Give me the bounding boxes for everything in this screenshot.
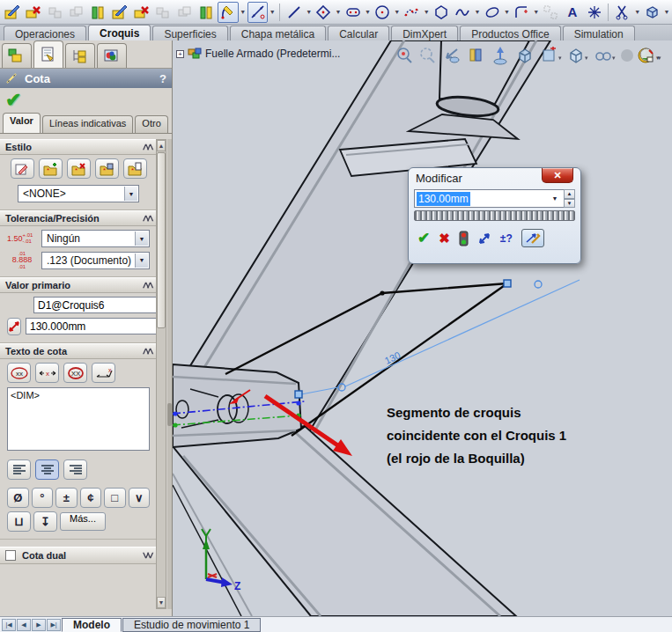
slot-caret[interactable]: ▼ <box>364 2 371 23</box>
text-between-arrows-button[interactable]: x <box>35 363 59 383</box>
ellipse-icon[interactable] <box>482 2 503 23</box>
delete-style-button[interactable]: * <box>67 158 91 179</box>
text-in-circle-button[interactable]: XX <box>63 363 87 383</box>
dimension-name-field[interactable] <box>33 297 157 313</box>
zoom-fit-icon[interactable] <box>398 48 411 62</box>
rebuild-traffic-light-icon[interactable] <box>459 231 469 246</box>
text-icon[interactable]: A <box>562 2 583 23</box>
point-icon[interactable] <box>584 2 605 23</box>
circle-icon[interactable] <box>372 2 393 23</box>
add-style-button[interactable]: * <box>39 158 63 179</box>
help-button[interactable]: ? <box>159 72 166 85</box>
apply-default-style-button[interactable] <box>11 158 34 179</box>
propertymanager-tab[interactable] <box>33 40 63 68</box>
tree-expander[interactable]: + <box>176 50 184 58</box>
graphics-viewport[interactable]: 130 Z <box>172 40 672 616</box>
dimension-value-text[interactable]: 130 <box>383 349 402 366</box>
line-icon[interactable] <box>284 2 305 23</box>
tab-estudio-movimiento[interactable]: Estudio de movimiento 1 <box>122 618 261 632</box>
sketch-point[interactable] <box>380 290 384 295</box>
tab-croquis[interactable]: Croquis <box>88 25 151 40</box>
rectangle-caret[interactable]: ▼ <box>335 2 342 23</box>
justify-left-button[interactable] <box>7 459 31 480</box>
dropdown-arrow-icon[interactable]: ▼ <box>135 254 148 268</box>
dropdown-arrow-icon[interactable]: ▼ <box>549 190 561 207</box>
normal-to-icon[interactable] <box>494 47 506 64</box>
mas-button[interactable]: Más... <box>60 512 106 531</box>
rapid-sketch-icon-2[interactable] <box>196 2 218 23</box>
collapse-chevron-icon[interactable]: ᐱᐱ <box>143 143 151 151</box>
view-orientation-icon[interactable] <box>520 49 530 62</box>
rapid-sketch-icon[interactable] <box>88 2 109 23</box>
assembly-name[interactable]: Fuelle Armado (Predetermi... <box>205 48 340 60</box>
dimension-value-field[interactable] <box>26 318 157 334</box>
sketch-tool-icon[interactable] <box>218 2 239 23</box>
depth-symbol-button[interactable]: ↧ <box>33 511 57 532</box>
sketch-vertex[interactable] <box>295 391 302 398</box>
trim-entities-icon[interactable] <box>612 2 633 23</box>
tab-lineas-indicativas[interactable]: Líneas indicativas <box>42 115 133 133</box>
circle-caret[interactable]: ▼ <box>394 2 401 23</box>
collapse-chevron-icon[interactable]: ᐱᐱ <box>143 348 151 356</box>
modify-value-text[interactable]: 130.00mm <box>417 192 470 206</box>
spline-caret[interactable]: ▼ <box>474 2 481 23</box>
fillet-caret[interactable]: ▼ <box>533 2 540 23</box>
display-style-icon[interactable]: ▾ <box>571 49 588 62</box>
tab-chapa-metalica[interactable]: Chapa metálica <box>230 26 326 40</box>
justify-right-button[interactable] <box>63 459 87 480</box>
dropdown-arrow-icon[interactable]: ▼ <box>135 231 148 246</box>
collapse-chevron-icon[interactable]: ᐱᐱ <box>143 215 151 223</box>
smart-dimension-icon[interactable] <box>247 2 269 23</box>
scroll-up-icon[interactable]: ▲ <box>157 140 166 151</box>
3d-sketch-plane-icon-2[interactable] <box>174 2 196 23</box>
configurationmanager-tab[interactable] <box>65 43 95 68</box>
3d-sketch-icon-2[interactable] <box>153 2 174 23</box>
spline-icon[interactable] <box>453 2 474 23</box>
override-value-button[interactable]: xx <box>7 363 31 383</box>
last-tab-icon[interactable]: ▶| <box>47 619 61 631</box>
fillet-icon[interactable] <box>511 2 532 23</box>
panel-scrollbar[interactable]: ▲ ▼ <box>156 139 166 609</box>
dimension-text-area[interactable]: <DIM> <box>7 387 150 451</box>
prev-tab-icon[interactable]: ◀ <box>17 619 31 631</box>
reverse-direction-icon[interactable] <box>7 318 21 335</box>
text-on-leader-button[interactable]: x <box>92 363 115 383</box>
style-dropdown[interactable]: <NONE>▼ <box>18 185 139 202</box>
ok-check-button[interactable]: ✔ <box>5 92 21 109</box>
dimension-handle[interactable] <box>535 281 542 288</box>
precision-dropdown[interactable]: .123 (Documento)▼ <box>41 252 150 269</box>
edit-appearance-icon[interactable]: ▾ <box>640 48 661 62</box>
sketch-icon[interactable] <box>2 2 23 23</box>
tab-superficies[interactable]: Superficies <box>152 26 227 40</box>
convert-entities-icon[interactable] <box>642 2 663 23</box>
linear-pattern-icon[interactable] <box>541 2 562 23</box>
3d-sketch-icon[interactable] <box>45 2 66 23</box>
mark-for-drawing-button[interactable]: ±? <box>500 232 513 245</box>
hide-show-items-icon[interactable]: ▾ <box>596 53 616 61</box>
tab-otro[interactable]: Otro <box>135 115 167 133</box>
modify-value-combo[interactable]: 130.00mm ▼ ▲▼ <box>414 189 575 208</box>
shadow-toggle-icon[interactable] <box>621 49 633 62</box>
3d-sketch-plane-icon[interactable] <box>67 2 88 23</box>
tab-modelo[interactable]: Modelo <box>62 618 122 632</box>
close-icon[interactable]: ✕ <box>542 168 573 183</box>
collapse-chevron-icon[interactable]: ᐱᐱ <box>143 282 151 290</box>
more-symbols-chevron-button[interactable]: ∨ <box>129 488 151 508</box>
thumbwheel[interactable] <box>414 210 575 221</box>
scroll-down-icon[interactable]: ▼ <box>157 597 166 608</box>
polygon-icon[interactable] <box>431 2 452 23</box>
expand-chevron-icon[interactable]: ᐯᐯ <box>143 552 151 560</box>
section-view-icon[interactable] <box>470 49 481 61</box>
previous-view-icon[interactable] <box>447 49 459 62</box>
tab-productos-office[interactable]: Productos Office <box>460 26 561 40</box>
sketch-vertex[interactable] <box>504 280 511 287</box>
next-tab-icon[interactable]: ▶ <box>32 619 46 631</box>
cota-dual-checkbox[interactable] <box>5 550 16 561</box>
spline-points-caret[interactable]: ▼ <box>423 2 430 23</box>
centerpoint-rectangle-icon[interactable] <box>314 2 335 23</box>
plus-minus-symbol-button[interactable]: ± <box>55 488 78 508</box>
tab-dimxpert[interactable]: DimXpert <box>391 26 458 40</box>
exit-sketch-icon-2[interactable] <box>131 2 152 23</box>
cancel-x-button[interactable]: ✖ <box>439 231 450 246</box>
line-caret[interactable]: ▼ <box>306 2 313 23</box>
